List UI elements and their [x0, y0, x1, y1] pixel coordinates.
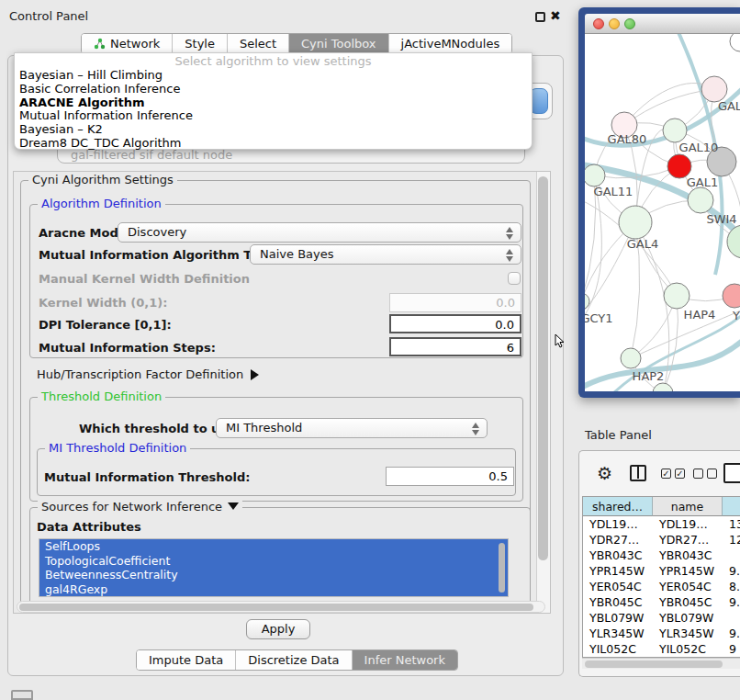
table-cell: 9. — [723, 626, 740, 641]
network-node-gal[interactable] — [701, 76, 727, 102]
mi-type-combo[interactable]: Naive Bayes — [250, 244, 521, 265]
bottom-tab-discretize-data[interactable]: Discretize Data — [236, 650, 352, 670]
unchecked-checkbox-icon[interactable] — [693, 469, 703, 479]
apply-button[interactable]: Apply — [246, 619, 310, 639]
attribute-list-item[interactable]: gal4RGexp — [39, 582, 508, 597]
which-threshold-combo[interactable]: MI Threshold — [216, 418, 488, 438]
table-row[interactable]: YBR043CYBR043C — [583, 548, 740, 563]
tab-cyni-toolbox[interactable]: Cyni Toolbox — [289, 34, 389, 53]
table-row[interactable]: YER054CYER054C8. — [583, 579, 740, 594]
table-panel-title: Table Panel — [585, 428, 652, 442]
settings-hscrollbar-thumb[interactable] — [19, 604, 533, 611]
manual-kernel-checkbox[interactable] — [508, 272, 521, 285]
dropdown-item[interactable]: Bayesian – Hill Climbing — [15, 69, 532, 83]
table-row[interactable]: YBL079WYBL079W — [583, 610, 740, 626]
table-cell: YDR27… — [653, 532, 723, 548]
tab-select[interactable]: Select — [228, 34, 289, 53]
column-header[interactable]: name — [653, 497, 723, 516]
node-label: GAL1 — [687, 175, 718, 189]
mi-steps-input[interactable]: 6 — [389, 337, 521, 356]
combo-spinner-focused[interactable] — [530, 88, 548, 114]
bottom-tab-impute-data[interactable]: Impute Data — [137, 650, 236, 670]
table-header-row[interactable]: shared…nameA — [583, 497, 740, 516]
node-table[interactable]: shared…nameA YDL19…YDL19…13YDR27…YDR27…1… — [582, 496, 740, 658]
tab-label: Select — [240, 37, 276, 51]
network-node-gal10[interactable] — [663, 119, 687, 142]
close-icon[interactable]: ✖ — [550, 8, 561, 23]
table-cell: 9. — [723, 563, 740, 579]
checked-checkbox-icon[interactable]: ✓ — [661, 469, 671, 479]
bottom-tab-infer-network[interactable]: Infer Network — [353, 650, 457, 670]
network-graph[interactable]: GALGAL80GAL10GAL1GAL11SWI4GAL4HAP4YGCY1H… — [585, 34, 740, 391]
tab-network[interactable]: Network — [82, 34, 173, 53]
minimize-traffic-light[interactable] — [609, 18, 620, 29]
attribute-list-item[interactable]: BetweennessCentrality — [39, 568, 508, 582]
attribute-list-item[interactable]: TopologicalCoefficient — [39, 554, 508, 569]
sources-title-row[interactable]: Sources for Network Inference — [38, 500, 242, 514]
checked-checkbox-icon[interactable]: ✓ — [675, 469, 685, 479]
new-table-icon[interactable] — [723, 463, 740, 483]
settings-scrollbar-thumb[interactable] — [538, 176, 548, 560]
node-label: GAL11 — [594, 185, 633, 198]
network-view-window[interactable]: GALGAL80GAL10GAL1GAL11SWI4GAL4HAP4YGCY1H… — [578, 7, 740, 398]
network-node[interactable] — [730, 34, 740, 51]
network-canvas[interactable]: GALGAL80GAL10GAL1GAL11SWI4GAL4HAP4YGCY1H… — [585, 34, 740, 391]
close-traffic-light[interactable] — [593, 18, 604, 29]
network-node-y[interactable] — [723, 284, 740, 308]
network-node-gal4[interactable] — [619, 206, 652, 239]
network-node[interactable] — [653, 383, 673, 391]
table-cell: YPR145W — [583, 563, 653, 579]
table-cell: 9 — [723, 641, 740, 657]
network-node-hap4[interactable] — [664, 283, 690, 309]
table-row[interactable]: YDL19…YDL19…13 — [583, 516, 740, 532]
node-label: HAP2 — [633, 369, 665, 383]
table-cell: YBR045C — [653, 594, 723, 610]
list-scrollbar-thumb[interactable] — [499, 543, 505, 593]
node-label: SWI4 — [706, 212, 736, 226]
mi-type-label: Mutual Information Algorithm Type: — [39, 248, 280, 262]
column-header[interactable]: shared… — [583, 497, 653, 516]
network-node-swi4[interactable] — [688, 187, 713, 213]
spinner-icon — [506, 248, 514, 263]
aracne-mode-combo[interactable]: Discovery — [118, 222, 521, 243]
data-attributes-label: Data Attributes — [37, 520, 141, 534]
gear-icon[interactable]: ⚙ — [597, 463, 612, 483]
table-cell: YBR043C — [583, 548, 653, 563]
minimized-panel-icon[interactable] — [11, 690, 33, 700]
kernel-width-input[interactable]: 0.0 — [389, 293, 521, 312]
table-row[interactable]: YPR145WYPR145W9. — [583, 563, 740, 579]
dpi-tolerance-input[interactable]: 0.0 — [389, 314, 521, 333]
table-hscrollbar-thumb[interactable] — [585, 660, 723, 668]
column-header[interactable]: A — [723, 497, 740, 516]
dropdown-item[interactable]: Dream8 DC_TDC Algorithm — [15, 137, 532, 151]
network-node-hap2[interactable] — [621, 348, 641, 368]
unchecked-checkbox-icon[interactable] — [707, 469, 717, 479]
network-node-gal11[interactable] — [585, 164, 605, 186]
network-node[interactable] — [727, 225, 740, 258]
dropdown-item[interactable]: Basic Correlation Inference — [15, 83, 532, 96]
table-row[interactable]: YLR345WYLR345W9. — [583, 626, 740, 641]
hub-definition-expander[interactable]: Hub/Transcription Factor Definition — [37, 367, 259, 381]
attribute-list-item[interactable]: SelfLoops — [39, 539, 508, 554]
table-row[interactable]: YIL052CYIL052C9 — [583, 641, 740, 657]
zoom-traffic-light[interactable] — [624, 18, 635, 29]
settings-hscrollbar[interactable] — [17, 601, 545, 613]
mi-threshold-input[interactable]: 0.5 — [386, 467, 514, 486]
column-layout-icon[interactable] — [630, 465, 646, 481]
table-hscrollbar[interactable] — [582, 658, 740, 669]
table-row[interactable]: YDR27…YDR27…12 — [583, 532, 740, 548]
dropdown-item[interactable]: ARACNE Algorithm — [15, 96, 532, 110]
float-window-icon[interactable] — [535, 12, 545, 22]
dropdown-item[interactable]: Mutual Information Inference — [15, 109, 532, 123]
table-toolbar: ⚙ ✓ ✓ — [584, 462, 740, 490]
tab-style[interactable]: Style — [173, 34, 228, 53]
tab-jactivemnodules[interactable]: jActiveMNodules — [389, 34, 512, 53]
tab-label: Network — [110, 37, 160, 51]
mi-threshold-title: MI Threshold Definition — [45, 441, 190, 455]
kernel-width-label: Kernel Width (0,1): — [39, 296, 167, 310]
table-row[interactable]: YBR045CYBR045C9. — [583, 594, 740, 610]
dropdown-item[interactable]: Bayesian – K2 — [15, 123, 532, 137]
network-window-titlebar[interactable] — [585, 14, 740, 34]
data-attributes-list[interactable]: SelfLoopsTopologicalCoefficientBetweenne… — [39, 538, 509, 597]
table-cell: YPR145W — [653, 563, 723, 579]
